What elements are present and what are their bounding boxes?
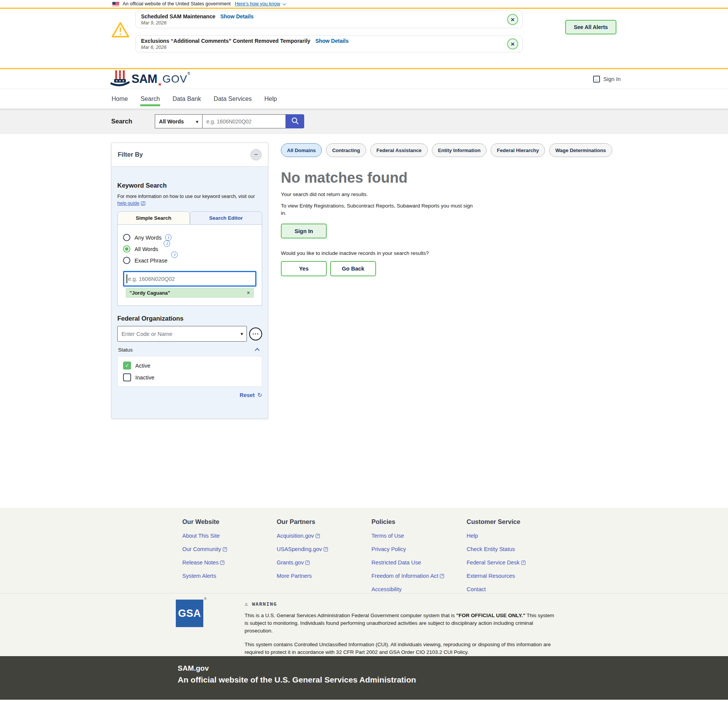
- footer-link-federal-service-desk[interactable]: Federal Service Desk: [467, 559, 558, 566]
- search-mode-value: All Words: [159, 118, 184, 125]
- show-details-link[interactable]: Show Details: [220, 13, 253, 19]
- main-nav: Home Search Data Bank Data Services Help: [0, 89, 728, 109]
- footer-link-usaspending-gov[interactable]: USASpending.gov: [277, 545, 368, 553]
- sign-in-button[interactable]: Sign In: [281, 224, 327, 238]
- sam-gov-logo[interactable]: ★ ★ ★ SAM GOV ®: [110, 70, 190, 89]
- tab-simple-search[interactable]: Simple Search: [117, 211, 190, 224]
- nav-item-home[interactable]: Home: [111, 89, 128, 109]
- pill-federal-hierarchy[interactable]: Federal Hierarchy: [491, 143, 545, 157]
- pill-wage-determinations[interactable]: Wage Determinations: [549, 143, 612, 157]
- nav-item-data-bank[interactable]: Data Bank: [172, 89, 201, 109]
- chevron-down-icon[interactable]: [240, 330, 243, 337]
- footer-link-acquisition-gov[interactable]: Acquisition.gov: [277, 532, 368, 540]
- checkbox-active-label: Active: [135, 363, 151, 369]
- footer-link-label: USASpending.gov: [277, 545, 322, 553]
- footer-link-check-entity-status[interactable]: Check Entity Status: [467, 545, 558, 553]
- pill-federal-assistance[interactable]: Federal Assistance: [370, 143, 428, 157]
- search-label: Search: [111, 118, 132, 125]
- external-link-icon: [324, 547, 328, 551]
- checkbox-inactive[interactable]: [123, 373, 131, 381]
- federal-orgs-input[interactable]: [117, 326, 247, 342]
- footer-link-terms-of-use[interactable]: Terms of Use: [371, 532, 463, 540]
- warning-icon: [245, 600, 249, 607]
- search-button[interactable]: [286, 114, 304, 128]
- pill-entity-information[interactable]: Entity Information: [432, 143, 486, 157]
- sign-in-note: To view Entity Registrations, Subcontrac…: [281, 202, 474, 217]
- alert-title: Exclusions “Additional Comments” Content…: [141, 38, 310, 44]
- help-guide-label: help guide: [117, 200, 139, 207]
- sign-in-label: Sign In: [603, 76, 621, 82]
- status-label: Status: [118, 347, 133, 353]
- checkbox-active[interactable]: [123, 362, 131, 370]
- collapse-panel-button[interactable]: [250, 149, 262, 161]
- footer-link-label: About This Site: [182, 532, 220, 540]
- keyword-tabs: Simple Search Search Editor: [117, 211, 262, 224]
- see-all-alerts-button[interactable]: See All Alerts: [565, 20, 616, 34]
- external-link-icon: [316, 534, 320, 538]
- how-you-know-link[interactable]: Here’s how you know: [235, 1, 280, 6]
- search-mode-select[interactable]: All Words: [155, 114, 203, 128]
- pill-contracting[interactable]: Contracting: [326, 143, 366, 157]
- footer-link-our-community[interactable]: Our Community: [182, 545, 274, 553]
- footer-link-grants-gov[interactable]: Grants.gov: [277, 559, 368, 566]
- federal-organizations-heading: Federal Organizations: [117, 315, 262, 322]
- footer-heading: Policies: [371, 518, 463, 525]
- footer-link-help[interactable]: Help: [467, 532, 558, 540]
- footer-link-release-notes[interactable]: Release Notes: [182, 559, 274, 566]
- star-icon: [157, 81, 162, 87]
- filter-body: Keyword Search For more information on h…: [112, 166, 268, 419]
- footer-link-more-partners[interactable]: More Partners: [277, 572, 368, 580]
- svg-text:★ ★ ★: ★ ★ ★: [115, 79, 124, 83]
- footer-heading: Our Website: [182, 518, 274, 525]
- reset-filters[interactable]: Reset: [117, 392, 262, 399]
- footer-link-label: Accessibility: [371, 585, 402, 593]
- pill-all-domains[interactable]: All Domains: [281, 143, 322, 157]
- footer-col-customer-service: Customer Service Help Check Entity Statu…: [467, 518, 558, 599]
- footer-link-label: Grants.gov: [277, 559, 304, 566]
- yes-button[interactable]: Yes: [281, 261, 327, 276]
- footer-link-label: Privacy Policy: [371, 545, 406, 553]
- footer-link-privacy-policy[interactable]: Privacy Policy: [371, 545, 463, 553]
- radio-any-words[interactable]: [123, 234, 130, 241]
- keyword-search-heading: Keyword Search: [117, 182, 262, 189]
- info-icon[interactable]: [165, 234, 172, 241]
- close-icon[interactable]: [507, 14, 518, 25]
- global-search-input[interactable]: [203, 114, 286, 128]
- footer-link-about-this-site[interactable]: About This Site: [182, 532, 274, 540]
- status-box: Active Inactive: [117, 356, 262, 387]
- more-options-button[interactable]: [249, 327, 262, 340]
- footer-link-restricted-data-use[interactable]: Restricted Data Use: [371, 559, 463, 566]
- footer-col-our-partners: Our Partners Acquisition.gov USASpending…: [277, 518, 368, 585]
- footer-col-policies: Policies Terms of Use Privacy Policy Res…: [371, 518, 463, 599]
- footer-divider: [0, 593, 728, 593]
- footer-link-label: Federal Service Desk: [467, 559, 520, 566]
- nav-item-data-services[interactable]: Data Services: [213, 89, 252, 109]
- nav-item-search[interactable]: Search: [140, 89, 161, 109]
- footer-link-foia[interactable]: Freedom of Information Act: [371, 572, 463, 580]
- gsa-logo: GSA: [176, 600, 203, 627]
- chip-remove-icon[interactable]: [247, 290, 250, 296]
- radio-all-words-label: All Words: [135, 246, 158, 252]
- search-band: Search All Words: [0, 109, 728, 134]
- footer-link-accessibility[interactable]: Accessibility: [371, 585, 463, 593]
- header-sign-in[interactable]: Sign In: [593, 76, 621, 83]
- show-details-link[interactable]: Show Details: [315, 38, 349, 44]
- nav-item-help[interactable]: Help: [264, 89, 277, 109]
- footer-link-system-alerts[interactable]: System Alerts: [182, 572, 274, 580]
- external-link-icon: [141, 201, 145, 206]
- close-icon[interactable]: [507, 39, 518, 50]
- tab-search-editor[interactable]: Search Editor: [190, 211, 263, 224]
- keyword-input[interactable]: [123, 271, 256, 287]
- radio-all-words[interactable]: [123, 245, 130, 253]
- info-icon[interactable]: [171, 251, 178, 258]
- registered-mark: ®: [187, 71, 190, 76]
- chevron-up-icon[interactable]: [255, 348, 260, 353]
- radio-exact-phrase[interactable]: [123, 257, 130, 264]
- warning-paragraph-1: This is a U.S. General Services Administ…: [245, 612, 555, 635]
- footer-link-external-resources[interactable]: External Resources: [467, 572, 558, 580]
- help-guide-link[interactable]: help guide: [117, 200, 145, 207]
- page-footer: Our Website About This Site Our Communit…: [0, 508, 728, 656]
- footer-link-contact[interactable]: Contact: [467, 585, 558, 593]
- go-back-button[interactable]: Go Back: [330, 261, 376, 276]
- info-icon[interactable]: [164, 240, 170, 247]
